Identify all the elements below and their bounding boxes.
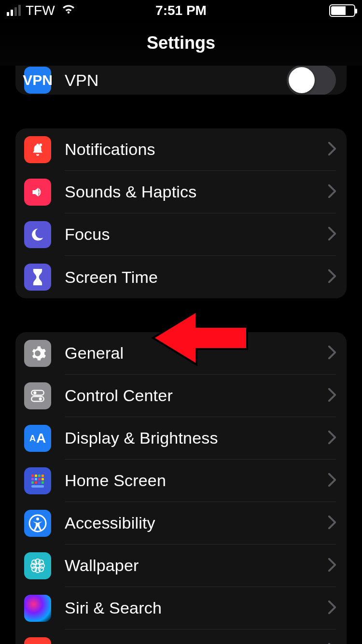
row-label: Wallpaper <box>65 556 139 575</box>
gear-icon <box>24 340 51 367</box>
flower-icon <box>24 552 51 579</box>
status-time: 7:51 PM <box>155 3 207 18</box>
svg-point-19 <box>36 518 39 520</box>
svg-rect-15 <box>38 481 41 484</box>
chevron-right-icon <box>328 388 336 404</box>
battery-icon <box>329 4 355 17</box>
row-home-screen[interactable]: Home Screen <box>15 460 347 502</box>
row-label: VPN <box>65 71 99 90</box>
vpn-icon: VPN <box>24 67 51 94</box>
row-label: Home Screen <box>65 471 166 490</box>
row-touch-id-passcode[interactable]: Touch ID & Passcode <box>15 630 347 644</box>
svg-rect-3 <box>31 396 44 401</box>
accessibility-icon <box>24 510 51 537</box>
status-bar: TFW 7:51 PM <box>0 0 362 21</box>
text-size-icon: AA <box>24 425 51 452</box>
svg-rect-12 <box>42 478 44 480</box>
svg-rect-9 <box>31 478 34 480</box>
row-label: Accessibility <box>65 514 155 532</box>
row-label: Notifications <box>65 140 155 159</box>
row-general[interactable]: General <box>15 332 347 375</box>
page-title: Settings <box>0 21 362 66</box>
row-screen-time[interactable]: Screen Time <box>15 256 347 298</box>
chevron-right-icon <box>328 558 336 574</box>
row-notifications[interactable]: Notifications <box>15 128 347 171</box>
row-label: Screen Time <box>65 268 158 287</box>
siri-icon <box>24 595 51 622</box>
svg-rect-5 <box>31 475 34 477</box>
svg-rect-1 <box>31 391 44 395</box>
row-wallpaper[interactable]: Wallpaper <box>15 545 347 587</box>
bell-icon <box>24 136 51 163</box>
settings-group-device: General Control Center AA Display & Brig… <box>15 332 347 644</box>
row-label: Touch ID & Passcode <box>65 642 223 644</box>
chevron-right-icon <box>328 142 336 157</box>
chevron-right-icon <box>328 184 336 200</box>
carrier-label: TFW <box>26 3 55 18</box>
svg-rect-7 <box>38 475 41 477</box>
chevron-right-icon <box>328 346 336 361</box>
chevron-right-icon <box>328 269 336 285</box>
row-label: Display & Brightness <box>65 429 218 448</box>
chevron-right-icon <box>328 601 336 616</box>
vpn-toggle[interactable] <box>287 66 336 95</box>
row-label: General <box>65 344 124 363</box>
row-label: Focus <box>65 225 110 244</box>
svg-point-0 <box>39 143 42 146</box>
row-label: Sounds & Haptics <box>65 182 196 201</box>
fingerprint-icon <box>24 637 51 644</box>
svg-rect-17 <box>31 485 44 488</box>
row-display-brightness[interactable]: AA Display & Brightness <box>15 417 347 460</box>
row-sounds-haptics[interactable]: Sounds & Haptics <box>15 171 347 213</box>
svg-point-4 <box>39 397 42 400</box>
chevron-right-icon <box>328 516 336 531</box>
row-control-center[interactable]: Control Center <box>15 375 347 417</box>
row-siri-search[interactable]: Siri & Search <box>15 587 347 630</box>
wifi-icon <box>62 3 75 18</box>
chevron-right-icon <box>328 473 336 489</box>
cellular-signal-icon <box>7 5 21 16</box>
moon-icon <box>24 221 51 248</box>
hourglass-icon <box>24 264 51 291</box>
row-label: Control Center <box>65 386 173 405</box>
row-label: Siri & Search <box>65 599 162 617</box>
svg-rect-14 <box>35 481 37 484</box>
status-right <box>329 4 355 17</box>
svg-point-2 <box>33 392 36 394</box>
svg-rect-10 <box>35 478 37 480</box>
settings-group-connectivity: VPN VPN <box>15 66 347 95</box>
row-focus[interactable]: Focus <box>15 213 347 256</box>
toggles-icon <box>24 382 51 409</box>
app-grid-icon <box>24 467 51 494</box>
svg-rect-8 <box>42 475 44 477</box>
row-vpn[interactable]: VPN VPN <box>15 66 347 95</box>
status-left: TFW <box>7 3 75 18</box>
svg-rect-11 <box>38 478 41 480</box>
chevron-right-icon <box>328 227 336 242</box>
chevron-right-icon <box>328 431 336 446</box>
row-accessibility[interactable]: Accessibility <box>15 502 347 545</box>
svg-rect-6 <box>35 475 37 477</box>
speaker-icon <box>24 179 51 206</box>
svg-rect-13 <box>31 481 34 484</box>
settings-group-notifications: Notifications Sounds & Haptics Focus <box>15 128 347 298</box>
svg-rect-16 <box>42 481 44 484</box>
